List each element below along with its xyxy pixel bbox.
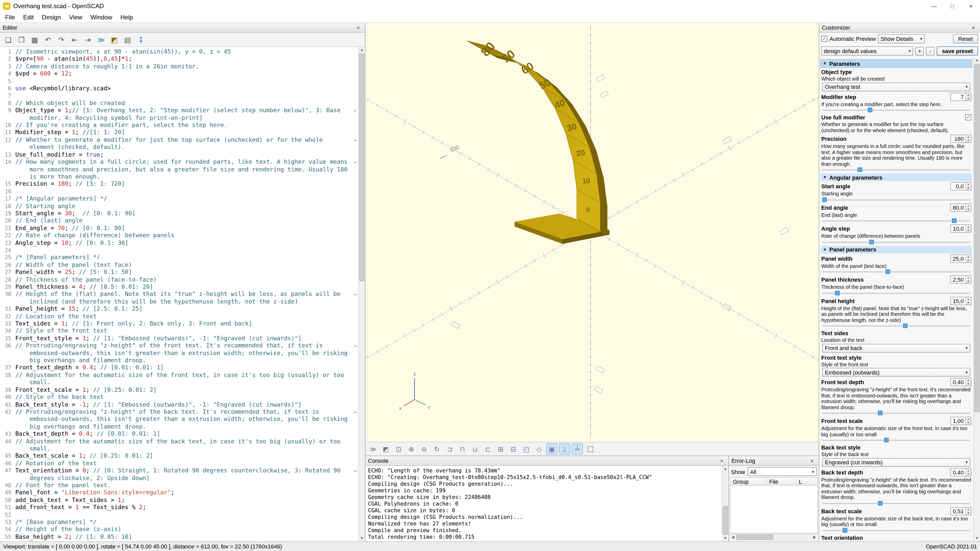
spinbox-arrows-icon[interactable]: ▴▾ [965,276,971,283]
zoom-all-button[interactable]: ⊡ [393,443,404,454]
export-stl-button[interactable]: ↧ [135,33,147,46]
view-top-button[interactable]: ⊓ [457,443,468,454]
show-edges-button[interactable] [584,443,596,454]
scroll-down-icon[interactable]: ▼ [359,535,365,541]
maximize-button[interactable]: □ [943,0,962,12]
slider-handle[interactable] [857,167,862,172]
view-back-button[interactable]: ⊟ [508,443,519,454]
param-spinbox[interactable]: 10,0▴▾ [950,224,971,233]
reset-view-button[interactable]: ↻ [431,443,442,454]
automatic-preview-checkbox[interactable]: ✓ [821,36,827,42]
errorlog-close-icon[interactable]: × [808,457,816,464]
perspective-view-button[interactable]: ◇ [533,443,545,454]
3d-viewport[interactable]: 10001020304050607080zxy [366,23,819,442]
minimize-button[interactable]: — [925,0,943,12]
slider-handle[interactable] [822,197,827,202]
send-to-printer-button[interactable]: ▤ [121,33,134,46]
orthogonal-view-button[interactable]: ▣ [546,443,557,454]
param-checkbox[interactable]: ✓ [965,114,971,121]
param-slider[interactable] [822,197,970,202]
render-button[interactable]: ◩ [108,33,121,46]
param-slider[interactable] [822,269,970,274]
menu-view[interactable]: View [65,13,86,22]
param-slider[interactable] [822,528,970,532]
show-axes-button[interactable]: ⊥ [559,443,570,454]
editor-close-icon[interactable]: × [354,24,363,30]
param-slider[interactable] [822,108,970,112]
scroll-up-icon[interactable]: ▲ [359,47,365,53]
new-file-button[interactable]: ❏ [2,33,14,46]
reset-button[interactable]: Reset [953,34,978,43]
errorlog-hscrollbar[interactable]: ◀ ▶ [730,534,818,540]
spinbox-arrows-icon[interactable]: ▴▾ [965,183,971,190]
spinbox-arrows-icon[interactable]: ▴▾ [965,379,971,386]
param-slider[interactable] [822,501,970,505]
param-slider[interactable] [822,218,970,223]
view-diagonal-button[interactable]: ◰ [520,443,532,454]
param-spinbox[interactable]: 180▴▾ [950,135,971,143]
slider-handle[interactable] [878,411,883,415]
show-scale-markers-button[interactable]: ╧ [572,443,583,454]
preview-button[interactable]: ≫ [368,443,379,454]
console-scroll-thumb[interactable] [723,506,728,535]
remove-preset-button[interactable]: - [926,47,935,56]
zoom-out-button[interactable]: ⊖ [418,443,430,454]
code-editor[interactable]: 1// Isometric viewport, x at 90 - atan(s… [0,47,358,541]
preset-dropdown[interactable]: design default values ▾ [821,46,913,56]
slider-handle[interactable] [885,269,890,274]
viewport-canvas[interactable]: 10001020304050607080zxy [366,23,819,442]
errorlog-scroll-thumb[interactable] [737,535,773,540]
param-spinbox[interactable]: 2,50▴▾ [950,275,971,284]
view-bottom-button[interactable]: ⊔ [469,443,481,454]
spinbox-arrows-icon[interactable]: ▴▾ [965,225,971,232]
customizer-scroll-thumb[interactable] [974,64,980,413]
param-dropdown[interactable]: Engraved (cut inwards)▾ [822,458,970,467]
scroll-right-icon[interactable]: ▶ [811,534,818,540]
menu-window[interactable]: Window [86,13,116,22]
spinbox-arrows-icon[interactable]: ▴▾ [965,135,971,142]
slider-handle[interactable] [869,240,873,244]
zoom-in-button[interactable]: ⊕ [406,443,417,454]
save-file-button[interactable]: ▦ [29,33,41,46]
customizer-close-icon[interactable]: × [969,24,977,30]
console-scrollbar[interactable]: ▲ ▼ [722,466,729,541]
param-spinbox[interactable]: 15,0▴▾ [950,297,971,305]
spinbox-arrows-icon[interactable]: ▴▾ [965,297,971,304]
param-dropdown[interactable]: Embossed (outwards)▾ [822,368,970,376]
customizer-group-parameters[interactable]: ▼Parameters [821,60,972,67]
close-button[interactable]: × [962,0,980,12]
view-right-button[interactable]: ⊐ [444,443,455,454]
param-spinbox[interactable]: 80,0▴▾ [950,203,971,211]
view-front-button[interactable]: ⊞ [495,443,506,454]
view-left-button[interactable]: ⊏ [482,443,493,454]
menu-file[interactable]: File [1,13,19,22]
param-spinbox[interactable]: 0,40▴▾ [950,468,971,476]
errorlog-column-l[interactable]: L [796,478,818,486]
param-spinbox[interactable]: 0,0▴▾ [950,182,971,190]
spinbox-arrows-icon[interactable]: ▴▾ [965,255,971,262]
indent-button[interactable]: ⇥ [82,33,94,46]
param-spinbox[interactable]: 7▴▾ [950,93,971,101]
param-slider[interactable] [822,324,970,328]
param-spinbox[interactable]: 0,40▴▾ [950,378,971,386]
scroll-up-icon[interactable]: ▲ [722,466,729,472]
slider-handle[interactable] [842,528,847,532]
slider-handle[interactable] [878,501,883,505]
param-slider[interactable] [822,411,970,415]
redo-button[interactable]: ↷ [55,33,67,46]
spinbox-arrows-icon[interactable]: ▴▾ [965,417,971,424]
scroll-down-icon[interactable]: ▼ [974,535,980,541]
open-file-button[interactable]: ❐ [15,33,27,46]
errorlog-filter-dropdown[interactable]: All ▾ [748,467,817,476]
slider-handle[interactable] [835,291,840,295]
slider-handle[interactable] [903,324,908,328]
render-button[interactable]: ◩ [380,443,391,454]
unindent-button[interactable]: ⇤ [68,33,81,46]
errorlog-column-file[interactable]: File [767,478,796,486]
editor-scroll-thumb[interactable] [360,54,364,281]
errorlog-table-body[interactable] [730,486,818,534]
param-spinbox[interactable]: 0,51▴▾ [950,507,971,515]
param-slider[interactable] [822,240,970,244]
param-dropdown[interactable]: Front and back▾ [822,344,970,352]
slider-handle[interactable] [868,108,872,112]
